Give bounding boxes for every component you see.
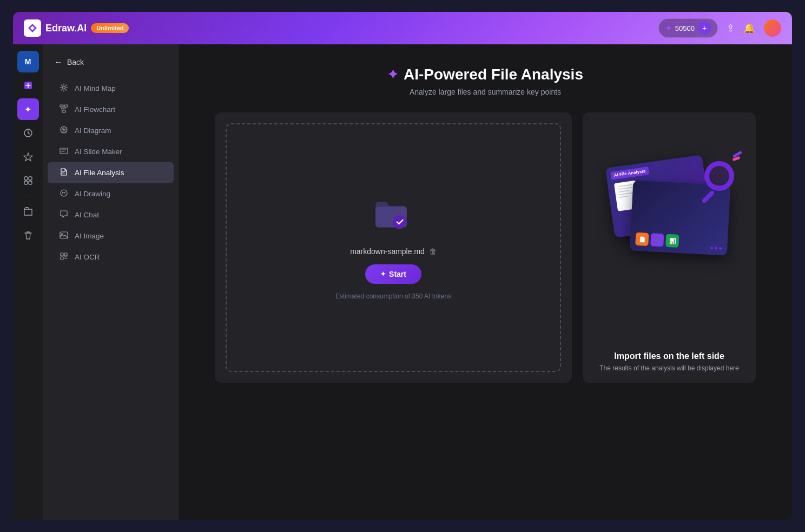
nav-item-drawing[interactable]: AI Drawing bbox=[48, 183, 174, 204]
sparkle-icon: ✦ bbox=[665, 24, 672, 32]
svg-rect-11 bbox=[60, 148, 68, 154]
back-label: Back bbox=[67, 58, 84, 66]
illustration-wrapper: AI File Analysis bbox=[599, 150, 740, 302]
nav-item-slidemaker[interactable]: AI Slide Maker bbox=[48, 141, 174, 162]
svg-rect-2 bbox=[24, 177, 28, 180]
ocr-icon bbox=[58, 252, 69, 262]
app-logo-text: Edraw.AI bbox=[45, 23, 87, 34]
image-icon bbox=[58, 231, 69, 241]
slidemaker-label: AI Slide Maker bbox=[75, 148, 122, 156]
magnifier-icon bbox=[696, 161, 740, 204]
notifications-icon[interactable]: 🔔 bbox=[743, 22, 755, 34]
back-arrow-icon: ← bbox=[54, 57, 63, 67]
main-content: M ✦ bbox=[13, 44, 792, 520]
delete-file-button[interactable]: 🗑 bbox=[429, 247, 437, 256]
tokens-button[interactable]: ✦ 50500 + bbox=[658, 18, 718, 38]
nav-panel: ← Back AI Mind Map bbox=[43, 44, 179, 520]
file-name: markdown-sample.md bbox=[350, 247, 425, 256]
fileanalysis-label: AI File Analysis bbox=[75, 169, 124, 177]
page-title: ✦ AI-Powered File Analysis bbox=[387, 66, 583, 83]
start-label: Start bbox=[389, 270, 406, 278]
svg-rect-8 bbox=[64, 105, 68, 107]
main-area: ✦ AI-Powered File Analysis Analyze large… bbox=[179, 44, 792, 520]
svg-point-6 bbox=[63, 87, 65, 89]
ocr-label: AI OCR bbox=[75, 253, 100, 261]
drawing-label: AI Drawing bbox=[75, 190, 110, 198]
share-icon[interactable]: ⇪ bbox=[727, 22, 735, 34]
nav-item-diagram[interactable]: AI Diagram bbox=[48, 120, 174, 141]
mindmap-icon bbox=[58, 83, 69, 94]
add-tokens-button[interactable]: + bbox=[698, 22, 711, 35]
svg-rect-15 bbox=[60, 232, 68, 238]
diagram-icon bbox=[58, 125, 69, 136]
sidebar-item-create[interactable] bbox=[17, 75, 39, 96]
top-bar: Edraw.AI Unlimited ✦ 50500 + ⇪ 🔔 bbox=[13, 12, 792, 44]
token-count: 50500 bbox=[675, 24, 695, 32]
app-window: Edraw.AI Unlimited ✦ 50500 + ⇪ 🔔 M bbox=[13, 12, 792, 520]
drawing-icon bbox=[58, 189, 69, 199]
svg-rect-18 bbox=[64, 253, 67, 256]
mindmap-label: AI Mind Map bbox=[75, 84, 116, 92]
nav-item-mindmap[interactable]: AI Mind Map bbox=[48, 78, 174, 99]
flowchart-label: AI Flowchart bbox=[75, 105, 115, 114]
page-subtitle: Analyze large files and summarize key po… bbox=[387, 88, 583, 96]
preview-illustration: AI File Analysis bbox=[583, 112, 756, 340]
top-right-controls: ✦ 50500 + ⇪ 🔔 bbox=[658, 18, 781, 38]
back-button[interactable]: ← Back bbox=[43, 53, 178, 71]
unlimited-badge: Unlimited bbox=[91, 23, 129, 33]
sidebar-item-ai[interactable]: ✦ bbox=[17, 98, 39, 120]
sidebar-item-history[interactable] bbox=[17, 122, 39, 144]
user-avatar[interactable] bbox=[764, 19, 781, 37]
fileanalysis-icon bbox=[58, 168, 69, 178]
start-button[interactable]: ✦ Start bbox=[365, 264, 421, 284]
svg-point-20 bbox=[393, 215, 406, 229]
preview-panel-subtitle: The results of the analysis will be disp… bbox=[599, 364, 738, 372]
upload-panel: markdown-sample.md 🗑 ✦ Start Estimated c… bbox=[215, 112, 572, 383]
svg-point-14 bbox=[64, 192, 65, 193]
slidemaker-icon bbox=[58, 147, 69, 157]
svg-rect-5 bbox=[29, 181, 32, 184]
sidebar-item-avatar[interactable]: M bbox=[17, 51, 39, 72]
svg-rect-17 bbox=[61, 253, 63, 256]
page-title-text: AI-Powered File Analysis bbox=[404, 66, 583, 83]
preview-panel: AI File Analysis bbox=[583, 112, 756, 383]
sidebar-item-favorites[interactable] bbox=[17, 146, 39, 168]
svg-point-12 bbox=[61, 190, 67, 196]
chat-icon bbox=[58, 210, 69, 220]
nav-item-ocr[interactable]: AI OCR bbox=[48, 247, 174, 268]
chat-label: AI Chat bbox=[75, 211, 99, 219]
svg-rect-9 bbox=[62, 110, 65, 112]
nav-item-image[interactable]: AI Image bbox=[48, 225, 174, 247]
file-name-row: markdown-sample.md 🗑 bbox=[350, 247, 437, 256]
svg-rect-19 bbox=[61, 257, 63, 260]
nav-item-flowchart[interactable]: AI Flowchart bbox=[48, 99, 174, 120]
sidebar-divider bbox=[20, 196, 36, 196]
page-title-area: ✦ AI-Powered File Analysis Analyze large… bbox=[387, 66, 583, 96]
start-sparkle-icon: ✦ bbox=[380, 270, 386, 278]
svg-point-13 bbox=[62, 192, 63, 193]
sidebar-icons: M ✦ bbox=[13, 44, 43, 520]
content-area: ✦ AI-Powered File Analysis Analyze large… bbox=[179, 44, 792, 520]
folder-icon bbox=[372, 195, 411, 234]
nav-item-chat[interactable]: AI Chat bbox=[48, 204, 174, 225]
nav-item-fileanalysis[interactable]: AI File Analysis bbox=[48, 162, 174, 183]
sidebar-item-templates[interactable] bbox=[17, 170, 39, 191]
flowchart-icon bbox=[58, 104, 69, 115]
preview-panel-title: Import files on the left side bbox=[599, 351, 738, 361]
sidebar-item-projects[interactable] bbox=[17, 201, 39, 222]
svg-rect-3 bbox=[29, 177, 32, 180]
accent-decoration bbox=[733, 153, 742, 160]
title-sparkle-icon: ✦ bbox=[387, 67, 398, 82]
preview-text: Import files on the left side The result… bbox=[589, 341, 749, 383]
logo-area: Edraw.AI Unlimited bbox=[24, 19, 129, 37]
sidebar-item-trash[interactable] bbox=[17, 224, 39, 246]
panels-row: markdown-sample.md 🗑 ✦ Start Estimated c… bbox=[215, 112, 756, 383]
svg-rect-4 bbox=[24, 181, 28, 184]
token-estimate: Estimated consumption of 350 AI tokens bbox=[335, 292, 451, 300]
logo-icon bbox=[24, 19, 41, 37]
upload-zone[interactable]: markdown-sample.md 🗑 ✦ Start Estimated c… bbox=[226, 123, 561, 372]
file-icon-container bbox=[372, 195, 415, 238]
diagram-label: AI Diagram bbox=[75, 127, 111, 135]
image-label: AI Image bbox=[75, 232, 104, 240]
illus-card-label: AI File Analysis bbox=[610, 167, 649, 180]
